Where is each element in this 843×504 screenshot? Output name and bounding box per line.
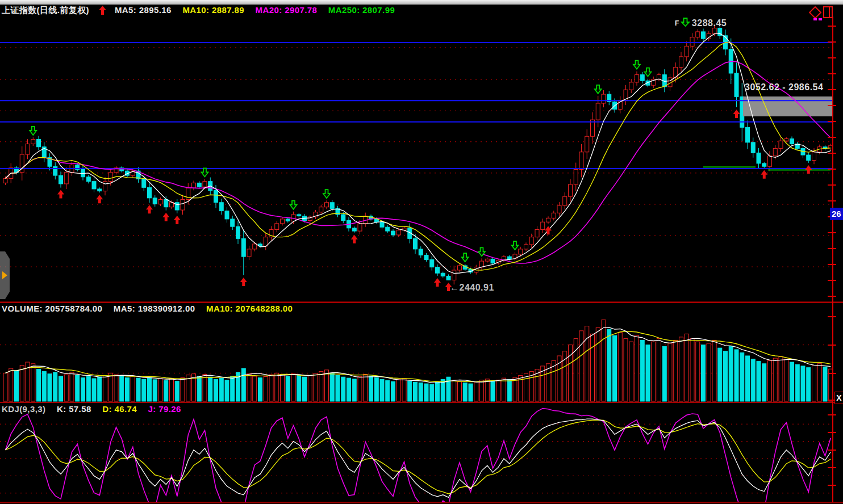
price-axis-badge: 26 (830, 208, 843, 220)
volume-value: VOLUME: 205758784.00 (2, 304, 102, 313)
trading-app-window: 上证指数(日线.前复权)MA5: 2895.16 MA10: 2887.89 M… (0, 0, 843, 504)
split-window-icon[interactable] (823, 6, 833, 18)
kdj-k-value: K: 57.58 (57, 404, 91, 414)
stock-chart-canvas[interactable] (0, 0, 843, 504)
dash-marks-icon (813, 18, 822, 20)
close-indicator-button[interactable]: X (834, 392, 843, 404)
peak-marker-letter: F (675, 19, 679, 27)
volume-ma10-value: MA10: 207648288.00 (206, 304, 293, 313)
kdj-d-value: D: 46.74 (102, 404, 137, 414)
peak-price-annotation: F 3288.45 (675, 17, 727, 29)
chart-chrome (0, 16, 843, 503)
low-price-label: ←2440.91 (450, 283, 494, 293)
page-title: 上证指数(日线.前复权) (2, 5, 89, 15)
volume-panel[interactable] (0, 320, 833, 401)
buy-signal-legend-icon (99, 6, 106, 16)
kdj-panel-header: KDJ(9,3,3) K: 57.58 D: 46.74 J: 79.26 (2, 404, 190, 414)
sell-signal-arrow-icon (681, 17, 690, 29)
sidebar-expand-handle[interactable] (0, 251, 10, 299)
price-panel[interactable] (0, 25, 833, 291)
ma5-value: MA5: 2895.16 (115, 5, 172, 15)
peak-price-label: 3288.45 (692, 18, 727, 28)
price-panel-header: 上证指数(日线.前复权)MA5: 2895.16 MA10: 2887.89 M… (2, 5, 403, 16)
ma10-value: MA10: 2887.89 (182, 5, 244, 15)
gap-range-label: 3052.62 - 2986.54 (745, 82, 823, 93)
ma20-value: MA20: 2907.78 (256, 5, 318, 15)
kdj-panel[interactable] (0, 409, 833, 504)
volume-ma5-value: MA5: 198390912.00 (114, 304, 195, 313)
kdj-indicator-name: KDJ(9,3,3) (2, 404, 45, 414)
expand-arrow-icon (2, 271, 7, 279)
ma250-value: MA250: 2807.99 (328, 5, 395, 15)
volume-panel-header: VOLUME: 205758784.00 MA5: 198390912.00 M… (2, 304, 301, 313)
kdj-j-value: J: 79.26 (148, 404, 181, 414)
